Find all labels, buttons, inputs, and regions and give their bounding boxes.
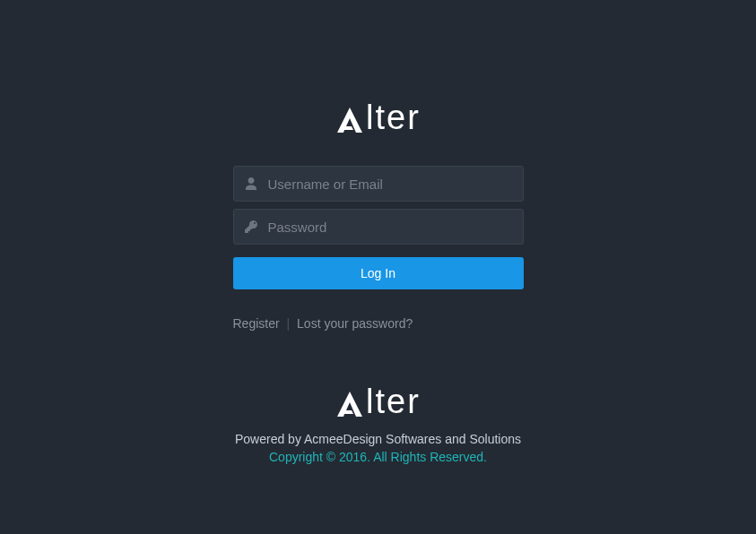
- footer-brand-logo: lter: [335, 383, 421, 421]
- link-separator: |: [287, 316, 291, 331]
- auth-links: Register | Lost your password?: [233, 316, 524, 331]
- register-link[interactable]: Register: [233, 316, 280, 331]
- username-group: [233, 166, 524, 202]
- lost-password-link[interactable]: Lost your password?: [297, 316, 413, 331]
- brand-logo: lter: [335, 99, 421, 137]
- user-icon: [244, 177, 258, 191]
- login-container: lter Log In Register | Lost your passwor…: [233, 99, 524, 331]
- password-input[interactable]: [233, 209, 524, 245]
- footer-brand-logo-text: lter: [335, 383, 421, 421]
- powered-by-text: Powered by AcmeeDesign Softwares and Sol…: [235, 432, 521, 446]
- username-input[interactable]: [233, 166, 524, 202]
- key-icon: [244, 220, 258, 234]
- logo-a-icon: [335, 104, 364, 133]
- page-footer: lter Powered by AcmeeDesign Softwares an…: [233, 383, 524, 464]
- login-button[interactable]: Log In: [233, 257, 524, 289]
- footer-brand-name-suffix: lter: [366, 383, 421, 421]
- password-group: [233, 209, 524, 245]
- brand-name-suffix: lter: [366, 99, 421, 137]
- brand-logo-text: lter: [335, 99, 421, 137]
- copyright-text: Copyright © 2016. All Rights Reserved.: [269, 450, 487, 464]
- footer-logo-a-icon: [335, 388, 364, 417]
